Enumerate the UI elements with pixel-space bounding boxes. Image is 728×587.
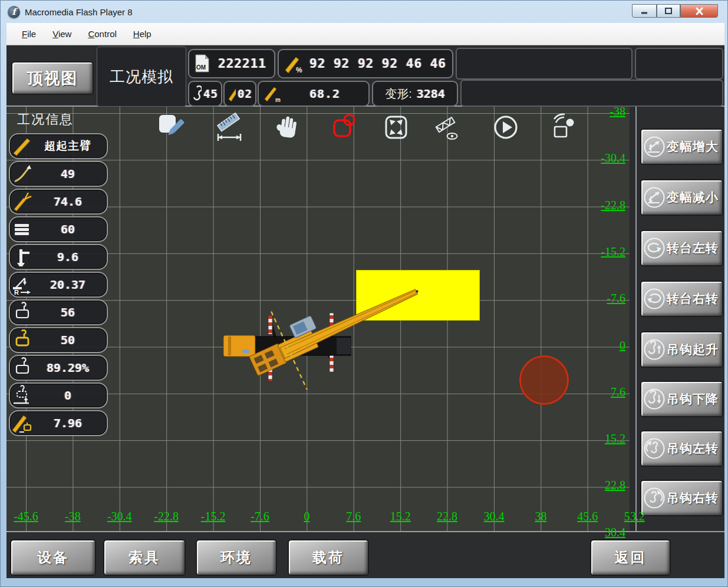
deformation-label: 变形: — [385, 86, 412, 102]
percent-display: % 92 92 92 92 46 46 — [278, 49, 453, 78]
jib-icon — [10, 163, 34, 184]
code-display: OM 222211 — [188, 49, 275, 78]
slew-left-icon — [643, 237, 666, 259]
boom-angle-icon — [10, 191, 34, 212]
x-axis-tick: 7.6 — [331, 510, 376, 523]
x-axis-tick: -22.8 — [144, 510, 189, 523]
sidebar-item-value: 56 — [34, 305, 107, 319]
title-bar: f Macromedia Flash Player 8 — [1, 1, 728, 23]
actual-load-icon — [10, 329, 34, 351]
menu-bar: File View Control Help — [6, 23, 724, 45]
code-value: 222211 — [215, 57, 269, 71]
button-label: 吊钩右转 — [667, 490, 719, 506]
menu-item-help[interactable]: Help — [125, 27, 160, 41]
sidebar-item-main-boom[interactable]: 超起主臂 — [9, 133, 108, 159]
measure-icon[interactable] — [216, 113, 243, 143]
button-label: 吊钩左转 — [667, 440, 719, 457]
y-axis-tick: 15.2 — [576, 432, 625, 446]
boom-view-icon[interactable] — [434, 113, 462, 143]
hook-rotate-left-button[interactable]: 吊钩左转 — [640, 430, 723, 467]
sidebar-item-working-radius[interactable]: R 20.37 — [9, 272, 108, 298]
annotate-icon[interactable] — [157, 113, 185, 143]
length-value: 68.2 — [286, 87, 364, 101]
boom-icon — [228, 85, 236, 102]
x-axis-tick: 45.6 — [565, 510, 610, 523]
hook-rotate-right-icon — [643, 487, 666, 509]
working-radius-icon: R — [10, 274, 34, 295]
luffing-down-button[interactable]: 变幅减小 — [640, 179, 723, 216]
sidebar-item-value: 超起主臂 — [34, 138, 107, 154]
fit-view-icon[interactable] — [383, 113, 410, 143]
x-axis-tick: 0 — [284, 510, 329, 523]
button-label: 变幅增大 — [667, 138, 719, 155]
equipment-button[interactable]: 设备 — [10, 539, 96, 576]
slew-left-button[interactable]: 转台左转 — [640, 230, 723, 266]
signal-icon[interactable] — [550, 113, 577, 143]
length-display: m 68.2 — [258, 81, 370, 107]
luffing-down-icon — [643, 186, 666, 209]
menu-item-control[interactable]: Control — [80, 27, 124, 41]
x-axis-tick: 15.2 — [378, 510, 423, 523]
back-button[interactable]: 返回 — [590, 539, 671, 576]
hook-lower-icon — [643, 388, 666, 410]
sidebar-item-outrigger[interactable]: 9.6 — [9, 244, 108, 270]
hook-count-display: 45 — [188, 81, 222, 107]
maximize-button[interactable] — [657, 4, 680, 18]
window-controls — [632, 4, 718, 18]
boom-percent-icon: % — [284, 54, 304, 74]
sidebar-item-jib-angle[interactable]: 49 — [9, 161, 108, 187]
flash-player-window: f Macromedia Flash Player 8 File View Co… — [0, 0, 728, 587]
slew-right-icon — [643, 288, 666, 310]
sidebar-item-value: 74.6 — [34, 194, 107, 209]
svg-text:OM: OM — [196, 64, 206, 71]
sidebar-item-boom-angle[interactable]: 74.6 — [9, 189, 108, 215]
hook-raise-button[interactable]: 吊钩起升 — [640, 331, 723, 368]
top-bar: 顶视图 工况模拟 OM 222211 % 92 92 92 92 46 46 — [6, 45, 724, 107]
button-label: 吊钩下降 — [667, 391, 719, 407]
sidebar-item-counterweight[interactable]: 60 — [9, 216, 108, 242]
sidebar-item-load-ratio[interactable]: 89.29% — [9, 355, 108, 381]
slew-right-button[interactable]: 转台右转 — [640, 281, 723, 317]
pan-icon[interactable] — [275, 113, 302, 143]
sidebar-item-value: 60 — [34, 222, 107, 236]
y-axis-tick: 30.4 — [576, 526, 625, 539]
section-value: 02 — [238, 87, 252, 100]
y-axis-tick: 7.6 — [576, 385, 625, 399]
y-axis-tick: -30.4 — [576, 151, 625, 165]
top-view-button[interactable]: 顶视图 — [11, 61, 94, 95]
region-select-icon[interactable] — [331, 113, 358, 143]
sidebar-item-rated-load[interactable]: 56 — [9, 299, 108, 325]
y-axis-tick: -38 — [576, 105, 625, 118]
x-axis-tick: 53.2 — [612, 510, 657, 523]
close-button[interactable] — [680, 4, 718, 18]
play-icon[interactable] — [493, 113, 520, 143]
control-button-panel: 变幅增大 变幅减小 转台左转 转台右转 吊钩起升 吊钩下降 — [635, 107, 724, 531]
svg-text:%: % — [296, 66, 302, 74]
menu-item-view[interactable]: View — [44, 27, 80, 41]
carrier-tail — [337, 338, 351, 354]
percent-value: 92 92 92 92 46 46 — [308, 57, 447, 71]
main-boom-icon — [10, 136, 34, 157]
empty-panel-3 — [460, 80, 723, 107]
flash-player-icon: f — [8, 6, 20, 18]
deformation-value: 3284 — [417, 87, 445, 101]
x-axis-tick: -45.6 — [4, 510, 48, 523]
luffing-up-button[interactable]: 变幅增大 — [640, 128, 723, 165]
obstacle-circle — [519, 355, 569, 405]
crane-top-view[interactable] — [219, 283, 431, 390]
hook-lower-button[interactable]: 吊钩下降 — [640, 381, 723, 417]
hook-height-icon — [10, 385, 34, 406]
sidebar-item-actual-load[interactable]: 50 — [9, 327, 108, 353]
condition-info-panel: 工况信息 超起主臂 49 74.6 60 9.6 R — [9, 110, 108, 438]
om-document-icon: OM — [194, 54, 210, 74]
y-axis-tick: 22.8 — [576, 479, 625, 492]
rigging-button[interactable]: 索具 — [103, 539, 186, 576]
environment-button[interactable]: 环境 — [196, 539, 277, 576]
load-button[interactable]: 载荷 — [288, 539, 369, 576]
menu-item-file[interactable]: File — [14, 27, 44, 41]
sidebar-item-boom-load[interactable]: 7.96 — [9, 410, 108, 436]
sidebar-item-hook-height[interactable]: 0 — [9, 382, 108, 408]
close-icon — [695, 7, 704, 15]
minimize-button[interactable] — [632, 4, 657, 18]
mode-label-panel: 工况模拟 — [97, 47, 186, 107]
